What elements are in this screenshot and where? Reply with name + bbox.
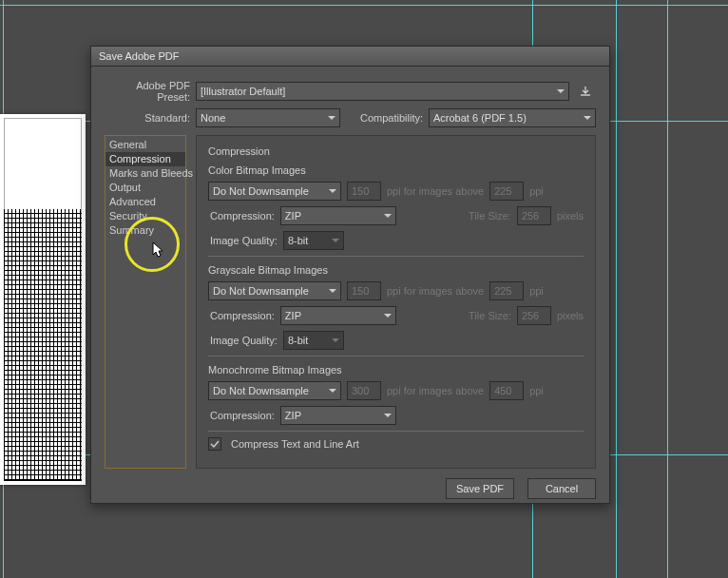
mono-title: Monochrome Bitmap Images (208, 364, 584, 376)
color-tile-input[interactable] (517, 206, 551, 225)
standard-label: Standard: (105, 112, 190, 124)
mono-above-unit: ppi (529, 385, 544, 396)
mono-compression-label: Compression: (210, 410, 275, 421)
check-icon (210, 439, 220, 449)
chevron-down-icon (384, 412, 392, 419)
compress-text-label: Compress Text and Line Art (231, 438, 359, 450)
color-compression-value: ZIP (285, 210, 301, 222)
preset-select[interactable]: [Illustrator Default] (196, 82, 569, 101)
preset-value: [Illustrator Default] (201, 86, 285, 97)
gray-compression-select[interactable]: ZIP (280, 306, 396, 325)
chevron-down-icon (329, 187, 336, 195)
cancel-button[interactable]: Cancel (527, 478, 596, 499)
save-preset-icon-button[interactable] (575, 82, 596, 101)
color-ppi-input[interactable] (347, 182, 381, 201)
gray-above-input[interactable] (489, 281, 524, 300)
gray-tile-label: Tile Size: (469, 310, 511, 321)
gray-above-unit: ppi (529, 285, 544, 297)
save-pdf-dialog: Save Adobe PDF Adobe PDF Preset: [Illust… (90, 46, 610, 504)
compatibility-select[interactable]: Acrobat 6 (PDF 1.5) (429, 108, 596, 127)
compression-panel: Compression Color Bitmap Images Do Not D… (196, 135, 596, 469)
gray-title: Grayscale Bitmap Images (208, 264, 584, 276)
gray-ppi-input[interactable] (347, 281, 381, 300)
chevron-down-icon (332, 337, 339, 344)
category-sidebar: General Compression Marks and Bleeds Out… (105, 135, 186, 469)
color-above-label: ppi for images above (387, 185, 484, 197)
standard-row: Standard: None Compatibility: Acrobat 6 … (105, 108, 596, 127)
mono-ppi-input[interactable] (347, 381, 381, 400)
artboard (0, 114, 86, 485)
sidebar-item-summary[interactable]: Summary (105, 223, 185, 238)
color-downsample-select[interactable]: Do Not Downsample (208, 182, 341, 201)
panel-title: Compression (208, 145, 584, 157)
mono-downsample-select[interactable]: Do Not Downsample (208, 381, 341, 400)
color-quality-label: Image Quality: (210, 235, 278, 246)
color-quality-select[interactable]: 8-bit (283, 231, 344, 250)
chevron-down-icon (329, 387, 336, 395)
mono-above-label: ppi for images above (387, 385, 484, 396)
download-icon (579, 85, 592, 98)
mono-compression-select[interactable]: ZIP (280, 406, 396, 425)
gray-compression-label: Compression: (210, 310, 275, 321)
color-above-input[interactable] (489, 182, 524, 201)
gray-compression-value: ZIP (285, 310, 301, 321)
sidebar-item-general[interactable]: General (105, 138, 185, 152)
standard-value: None (201, 112, 225, 124)
mono-above-input[interactable] (489, 381, 524, 400)
gray-downsample-value: Do Not Downsample (213, 285, 309, 297)
gray-quality-value: 8-bit (288, 335, 308, 346)
sidebar-item-output[interactable]: Output (105, 181, 185, 195)
gray-above-label: ppi for images above (387, 285, 484, 297)
gray-quality-select[interactable]: 8-bit (283, 331, 344, 350)
gray-quality-label: Image Quality: (210, 335, 278, 346)
compatibility-value: Acrobat 6 (PDF 1.5) (433, 112, 527, 124)
dialog-title: Save Adobe PDF (91, 47, 609, 67)
chevron-down-icon (584, 114, 591, 122)
color-tile-label: Tile Size: (469, 210, 511, 222)
sidebar-item-marks-and-bleeds[interactable]: Marks and Bleeds (105, 166, 185, 181)
preset-row: Adobe PDF Preset: [Illustrator Default] (105, 80, 596, 103)
save-pdf-button[interactable]: Save PDF (446, 478, 514, 499)
standard-select[interactable]: None (196, 108, 340, 127)
chevron-down-icon (384, 212, 392, 220)
color-compression-select[interactable]: ZIP (280, 206, 396, 225)
color-tile-unit: pixels (557, 210, 584, 222)
sidebar-item-security[interactable]: Security (105, 209, 185, 223)
chevron-down-icon (557, 87, 565, 95)
preset-label: Adobe PDF Preset: (105, 80, 190, 103)
color-title: Color Bitmap Images (208, 164, 584, 176)
chevron-down-icon (329, 287, 336, 295)
mono-compression-value: ZIP (285, 410, 301, 421)
gray-tile-input[interactable] (517, 306, 551, 325)
sidebar-item-compression[interactable]: Compression (105, 152, 185, 166)
gray-tile-unit: pixels (557, 310, 584, 321)
mono-downsample-value: Do Not Downsample (213, 385, 309, 396)
color-quality-value: 8-bit (288, 235, 308, 246)
compatibility-label: Compatibility: (360, 112, 423, 124)
color-above-unit: ppi (529, 185, 544, 197)
sidebar-item-advanced[interactable]: Advanced (105, 195, 185, 209)
chevron-down-icon (332, 237, 339, 244)
color-compression-label: Compression: (210, 210, 275, 222)
compress-text-checkbox[interactable] (208, 437, 221, 451)
gray-downsample-select[interactable]: Do Not Downsample (208, 281, 341, 300)
color-downsample-value: Do Not Downsample (213, 185, 309, 197)
chevron-down-icon (328, 114, 335, 122)
chevron-down-icon (384, 312, 392, 319)
